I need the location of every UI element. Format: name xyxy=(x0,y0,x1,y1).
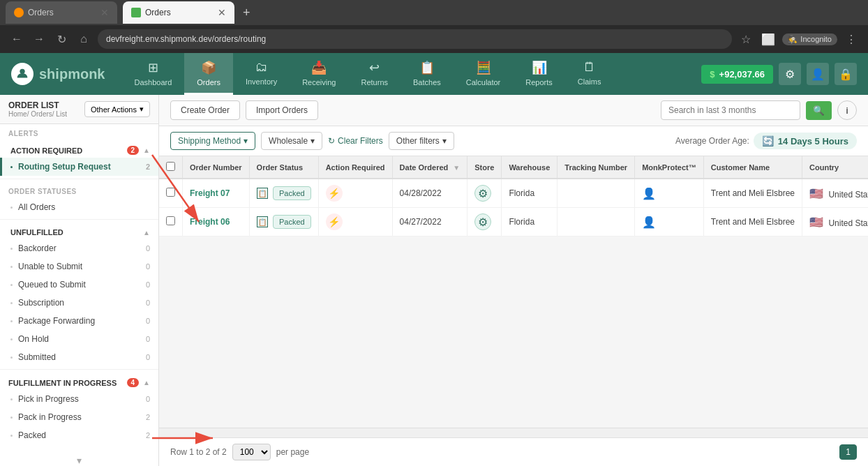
col-tracking-number[interactable]: Tracking Number xyxy=(558,156,635,179)
import-orders-button[interactable]: Import Orders xyxy=(246,100,318,120)
col-country[interactable]: Country xyxy=(802,156,868,179)
tab-favicon-active xyxy=(131,8,141,17)
horizontal-scroll-area[interactable] xyxy=(159,428,868,437)
nav-item-orders[interactable]: 📦 Orders xyxy=(184,53,233,95)
nav-item-calculator[interactable]: 🧮 Calculator xyxy=(454,53,514,95)
lock-button[interactable]: 🔒 xyxy=(835,63,857,85)
nav-item-reports[interactable]: 📊 Reports xyxy=(513,53,565,95)
svg-point-0 xyxy=(20,69,24,74)
on-hold-label: On Hold xyxy=(18,334,49,344)
row1-date-ordered: 04/28/2022 xyxy=(392,179,467,208)
row2-select[interactable] xyxy=(166,216,175,225)
row2-monkprotect: 👤 xyxy=(635,208,704,236)
back-button[interactable]: ← xyxy=(8,33,25,45)
clear-filters-button[interactable]: ↻ Clear Filters xyxy=(328,136,383,146)
nav-item-claims[interactable]: 🗒 Claims xyxy=(565,53,614,95)
page-1-button[interactable]: 1 xyxy=(839,444,857,460)
wholesale-label: Wholesale xyxy=(269,136,308,146)
sidebar-item-queued-to-submit[interactable]: Queued to Submit 0 xyxy=(0,276,158,294)
col-order-status[interactable]: Order Status xyxy=(249,156,318,179)
shipping-method-filter[interactable]: Shipping Method ▾ xyxy=(170,132,255,150)
nav-item-batches[interactable]: 📋 Batches xyxy=(401,53,454,95)
row1-order-number[interactable]: Freight 07 xyxy=(183,179,250,208)
sidebar-item-subscription[interactable]: Subscription 0 xyxy=(0,294,158,312)
col-monkprotect[interactable]: MonkProtect™ xyxy=(635,156,704,179)
sidebar-item-pack-in-progress[interactable]: Pack in Progress 2 xyxy=(0,408,158,426)
fulfillment-collapse[interactable]: ▲ xyxy=(143,379,150,386)
sidebar-item-unable-to-submit[interactable]: Unable to Submit 0 xyxy=(0,257,158,276)
forward-button[interactable]: → xyxy=(31,33,47,45)
nav-item-receiving[interactable]: 📥 Receiving xyxy=(290,53,348,95)
action-required-badge: 2 xyxy=(127,146,140,155)
row2-action-icon[interactable]: ⚡ xyxy=(326,213,343,230)
sidebar-item-pick-in-progress[interactable]: Pick in Progress 0 xyxy=(0,390,158,408)
wholesale-filter[interactable]: Wholesale ▾ xyxy=(261,132,322,150)
row2-checkbox xyxy=(159,208,183,236)
row2-order-link[interactable]: Freight 06 xyxy=(190,217,230,227)
row2-action-required[interactable]: ⚡ xyxy=(318,208,392,236)
select-all-checkbox[interactable] xyxy=(166,162,175,171)
per-page-select[interactable]: 100 50 25 xyxy=(232,444,271,460)
sidebar: ORDER LIST Home/ Orders/ List Other Acti… xyxy=(0,95,159,466)
settings-button[interactable]: ⚙ xyxy=(779,63,801,85)
sort-icon: ▼ xyxy=(453,164,460,172)
sidebar-item-package-forwarding[interactable]: Package Forwarding 0 xyxy=(0,312,158,330)
sidebar-item-packed[interactable]: Packed 2 xyxy=(0,426,158,444)
col-warehouse[interactable]: Warehouse xyxy=(502,156,558,179)
browser-tab-inactive[interactable]: Orders ✕ xyxy=(6,1,117,24)
table-row: Freight 06 📋 Packed ⚡ 04/27/2022 ⚙ xyxy=(159,208,868,236)
extensions-icon[interactable]: ⬜ xyxy=(760,33,777,46)
sidebar-item-submitted[interactable]: Submitted 0 xyxy=(0,348,158,366)
sidebar-item-on-hold[interactable]: On Hold 0 xyxy=(0,330,158,348)
star-icon[interactable]: ☆ xyxy=(738,33,754,46)
create-order-button[interactable]: Create Order xyxy=(170,100,240,120)
col-checkbox xyxy=(159,156,183,179)
row1-store-icon[interactable]: ⚙ xyxy=(474,185,491,202)
row1-select[interactable] xyxy=(166,188,175,197)
unfulfilled-collapse[interactable]: ▲ xyxy=(143,229,150,236)
action-required-header: ACTION REQUIRED 2 ▲ xyxy=(0,140,158,158)
table-row: Freight 07 📋 Packed ⚡ 04/28/2022 ⚙ xyxy=(159,179,868,208)
row2-store[interactable]: ⚙ xyxy=(467,208,502,236)
tab-close-inactive[interactable]: ✕ xyxy=(100,7,109,18)
routing-setup-item[interactable]: Routing Setup Request 2 xyxy=(0,158,158,176)
other-actions-label: Other Actions xyxy=(91,105,137,114)
new-tab-button[interactable]: + xyxy=(243,6,250,20)
breadcrumb: Home/ Orders/ List xyxy=(8,110,67,118)
row1-order-link[interactable]: Freight 07 xyxy=(190,188,230,198)
address-input[interactable] xyxy=(98,29,732,49)
action-required-collapse[interactable]: ▲ xyxy=(143,146,150,154)
balance-button[interactable]: $ +92,037.66 xyxy=(701,65,773,84)
row1-action-icon[interactable]: ⚡ xyxy=(326,185,343,202)
row1-action-required[interactable]: ⚡ xyxy=(318,179,392,208)
other-filters-button[interactable]: Other filters ▾ xyxy=(389,132,454,150)
browser-tab-active[interactable]: Orders ✕ xyxy=(123,1,234,24)
row2-order-number[interactable]: Freight 06 xyxy=(183,208,250,236)
search-button[interactable]: 🔍 xyxy=(806,101,832,120)
nav-item-returns[interactable]: ↩ Returns xyxy=(348,53,401,95)
col-date-ordered[interactable]: Date Ordered ▼ xyxy=(392,156,467,179)
col-order-number-label: Order Number xyxy=(190,163,242,172)
reload-button[interactable]: ↻ xyxy=(53,33,70,46)
other-actions-button[interactable]: Other Actions ▾ xyxy=(84,101,150,117)
all-orders-item[interactable]: All Orders xyxy=(0,198,158,216)
col-order-number[interactable]: Order Number xyxy=(183,156,250,179)
logo-area[interactable]: shipmonk xyxy=(11,63,105,85)
col-customer-name[interactable]: Customer Name xyxy=(703,156,802,179)
nav-item-inventory[interactable]: 🗂 Inventory xyxy=(233,53,290,95)
menu-icon[interactable]: ⋮ xyxy=(843,33,860,46)
col-action-required[interactable]: Action Required xyxy=(318,156,392,179)
all-orders-label: All Orders xyxy=(18,202,55,212)
sidebar-item-backorder[interactable]: Backorder 0 xyxy=(0,239,158,257)
row1-monkprotect-icon: 👤 xyxy=(642,188,656,200)
search-input[interactable] xyxy=(661,100,800,120)
avg-age-label: Average Order Age: xyxy=(675,136,749,146)
user-button[interactable]: 👤 xyxy=(807,63,829,85)
info-button[interactable]: i xyxy=(837,100,857,120)
row1-store[interactable]: ⚙ xyxy=(467,179,502,208)
home-button[interactable]: ⌂ xyxy=(75,33,92,45)
row2-store-icon[interactable]: ⚙ xyxy=(474,213,491,230)
col-store[interactable]: Store xyxy=(467,156,502,179)
nav-item-dashboard[interactable]: ⊞ Dashboard xyxy=(121,53,184,95)
tab-close-active[interactable]: ✕ xyxy=(218,7,226,18)
